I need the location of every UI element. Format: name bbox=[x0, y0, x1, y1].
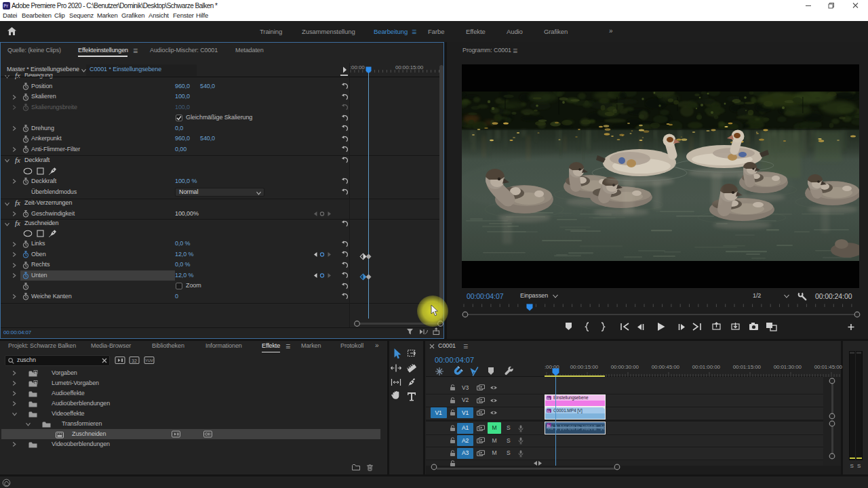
svg-text:32: 32 bbox=[132, 359, 137, 363]
svg-text:YUV: YUV bbox=[145, 359, 153, 363]
